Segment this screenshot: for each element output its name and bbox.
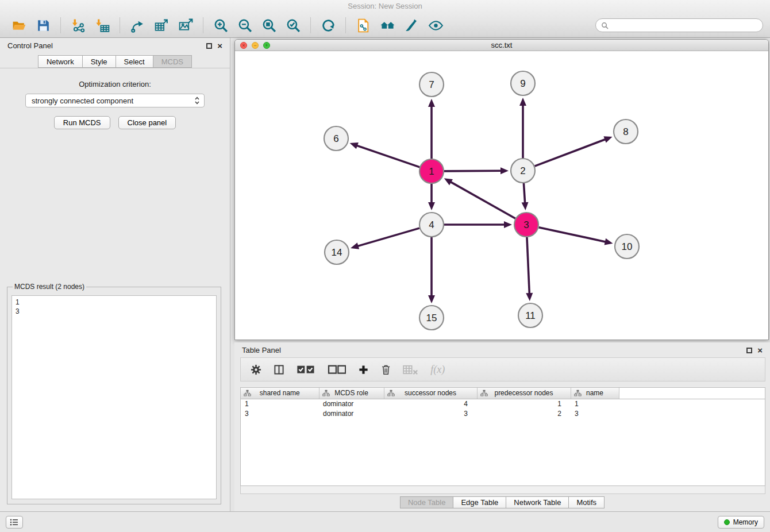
graph-edge-2-3[interactable] (523, 183, 525, 203)
toolbar-icon-group (7, 15, 448, 36)
search-box[interactable] (595, 18, 763, 32)
column-header-predecessor-nodes[interactable]: predecessor nodes (477, 388, 571, 399)
delete-row-button[interactable] (381, 362, 391, 377)
column-header-filler (619, 388, 765, 399)
graph-edge-4-14[interactable] (357, 228, 419, 246)
tab-motifs[interactable]: Motifs (569, 496, 605, 508)
zoom-fit-button[interactable] (259, 15, 279, 36)
table-cell-filler (619, 399, 765, 408)
column-type-icon (387, 390, 395, 396)
zoom-out-button[interactable] (234, 15, 255, 36)
graph-edge-arrowhead (500, 167, 509, 174)
task-history-button[interactable] (6, 516, 23, 529)
export-image-icon (178, 18, 194, 33)
minimize-window-button[interactable]: − (252, 42, 259, 49)
unselect-all-rows-button[interactable] (328, 362, 346, 377)
mcds-result-item: 3 (16, 307, 213, 316)
new-network-from-selection-button[interactable] (353, 15, 374, 36)
graph-edge-arrowhead (526, 293, 533, 301)
table-cell[interactable]: 3 (571, 408, 619, 418)
show-graphics-details-button[interactable] (425, 15, 446, 36)
graph-edge-1-6[interactable] (357, 145, 419, 167)
toolbar-separator (345, 17, 346, 33)
save-session-icon (36, 18, 51, 33)
tab-node-table[interactable]: Node Table (400, 496, 454, 508)
delete-table-icon (403, 364, 418, 375)
graph-edge-3-10[interactable] (538, 228, 605, 242)
table-row[interactable]: 3dominator323 (241, 408, 765, 418)
table-cell[interactable]: dominator (319, 408, 384, 418)
tab-network-table[interactable]: Network Table (506, 496, 569, 508)
apply-style-button[interactable] (401, 15, 422, 36)
table-horizontal-scrollbar[interactable] (240, 486, 765, 494)
window-titlebar: Session: New Session (0, 0, 770, 13)
save-session-button[interactable] (33, 15, 53, 36)
graph-node-label: 2 (520, 165, 525, 176)
select-all-rows-button[interactable] (297, 362, 315, 377)
table-cell[interactable]: 1 (477, 399, 571, 408)
zoom-in-button[interactable] (210, 15, 231, 36)
table-row[interactable]: 1dominator411 (241, 399, 765, 408)
table-panel: Table Panel × f(x) shared nameMCDS roles… (234, 342, 770, 511)
export-table-button[interactable] (151, 15, 172, 36)
table-cell[interactable]: 2 (477, 408, 571, 418)
table-cell[interactable]: 3 (241, 408, 319, 418)
graph-edge-3-11[interactable] (527, 237, 529, 294)
network-view[interactable]: 7968124314101511 (235, 51, 768, 340)
graph-edge-2-8[interactable] (535, 139, 606, 166)
column-header-name[interactable]: name (571, 388, 619, 399)
graph-edge-3-1[interactable] (451, 182, 515, 219)
float-panel-icon[interactable] (206, 43, 212, 49)
graph-node-label: 11 (525, 310, 536, 321)
export-network-button[interactable] (127, 15, 148, 36)
table-cell[interactable]: 4 (384, 399, 477, 408)
tab-select[interactable]: Select (116, 55, 153, 68)
open-file-button[interactable] (9, 15, 29, 36)
zoom-window-button[interactable]: + (263, 42, 270, 49)
add-row-icon (358, 364, 369, 375)
optimization-dropdown[interactable]: strongly connected component (25, 94, 205, 107)
network-window-titlebar[interactable]: × − + scc.txt (235, 40, 768, 51)
import-table-button[interactable] (92, 15, 113, 36)
close-panel-icon[interactable]: × (217, 43, 222, 49)
column-header-shared-name[interactable]: shared name (241, 388, 319, 399)
table-panel-header: Table Panel × (234, 342, 770, 358)
table-cell[interactable]: 1 (241, 399, 319, 408)
apply-layout-button[interactable] (318, 15, 338, 36)
float-table-panel-icon[interactable] (746, 348, 752, 353)
column-settings-icon (251, 364, 261, 375)
optimization-criterion-label: Optimization criterion: (0, 80, 230, 88)
control-panel-header: Control Panel × (0, 38, 230, 53)
column-settings-button[interactable] (251, 362, 261, 377)
close-table-panel-icon[interactable]: × (757, 348, 763, 353)
function-builder-button: f(x) (430, 362, 445, 377)
add-row-button[interactable] (358, 362, 369, 377)
unselect-all-rows-icon (328, 364, 346, 375)
function-builder-icon: f(x) (430, 364, 445, 376)
graph-node-label: 6 (333, 133, 338, 144)
tab-mcds[interactable]: MCDS (153, 55, 192, 68)
memory-button[interactable]: Memory (718, 516, 764, 529)
table-cell[interactable]: 1 (571, 399, 619, 408)
export-network-icon (130, 18, 145, 33)
close-panel-button[interactable]: Close panel (118, 116, 176, 129)
mcds-result-list[interactable]: 13 (11, 295, 217, 499)
network-home-button[interactable] (377, 15, 398, 36)
tab-network[interactable]: Network (38, 55, 82, 68)
import-network-button[interactable] (68, 15, 88, 36)
column-header-successor-nodes[interactable]: successor nodes (384, 388, 477, 399)
zoom-selected-button[interactable] (283, 15, 303, 36)
show-hide-columns-button[interactable] (274, 362, 284, 377)
close-window-button[interactable]: × (240, 42, 247, 49)
table-cell[interactable]: 3 (384, 408, 477, 418)
search-input[interactable] (612, 21, 757, 30)
graph-edge-arrowhead (351, 242, 359, 249)
table-cell[interactable]: dominator (319, 399, 384, 408)
run-mcds-button[interactable]: Run MCDS (54, 116, 110, 129)
export-image-button[interactable] (175, 15, 196, 36)
column-header-mcds-role[interactable]: MCDS role (319, 388, 384, 399)
tab-style[interactable]: Style (82, 55, 116, 68)
toolbar-separator (203, 17, 203, 33)
graph-edge-1-2[interactable] (444, 171, 501, 171)
tab-edge-table[interactable]: Edge Table (453, 496, 506, 508)
